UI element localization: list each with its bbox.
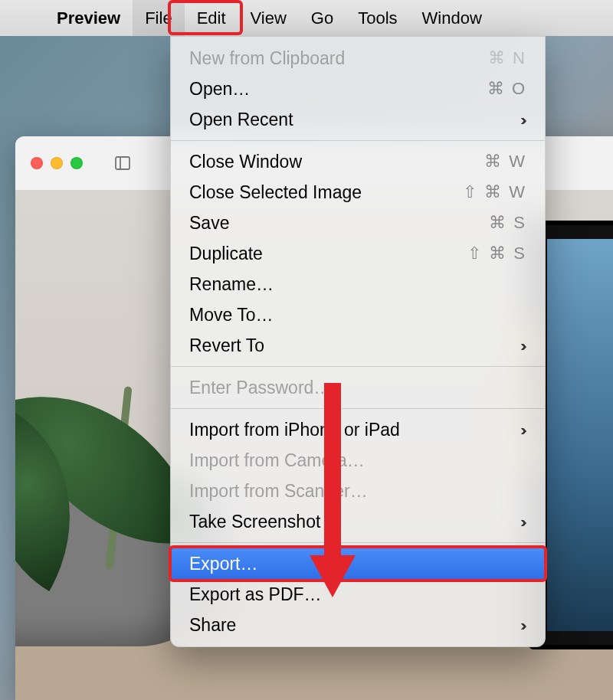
menu-item-import-from-camera: Import from Camera… [171, 445, 545, 476]
menu-separator [171, 408, 545, 409]
menu-item-open-recent[interactable]: Open Recent› [171, 104, 545, 135]
menu-item-export[interactable]: Export… [171, 548, 545, 579]
menu-item-shortcut: ⌘ W [484, 152, 526, 172]
menu-item-import-from-scanner: Import from Scanner… [171, 476, 545, 506]
file-menu-dropdown: New from Clipboard⌘ NOpen…⌘ OOpen Recent… [170, 36, 546, 647]
menu-item-enter-password: Enter Password… [171, 372, 545, 403]
menu-item-label: Close Window [189, 152, 302, 172]
traffic-lights [31, 157, 83, 169]
menu-item-label: Take Screenshot [189, 512, 320, 532]
menu-item-export-as-pdf[interactable]: Export as PDF… [171, 579, 545, 610]
menu-item-shortcut: ⇧ ⌘ S [467, 244, 526, 263]
menu-item-label: Export as PDF… [189, 584, 322, 605]
menu-go[interactable]: Go [299, 0, 346, 36]
menu-view[interactable]: View [238, 0, 299, 36]
menu-item-duplicate[interactable]: Duplicate⇧ ⌘ S [171, 238, 545, 269]
menu-item-label: Revert To [189, 335, 264, 356]
menu-item-label: Close Selected Image [189, 182, 362, 203]
system-menubar: Preview File Edit View Go Tools Window [0, 0, 613, 36]
chevron-right-icon: › [520, 513, 527, 531]
menu-item-label: Export… [189, 554, 257, 574]
menu-item-shortcut: ⇧ ⌘ W [463, 182, 526, 202]
menu-item-revert-to[interactable]: Revert To› [171, 330, 545, 361]
zoom-window-button[interactable] [70, 157, 83, 169]
menu-item-label: Import from Camera… [189, 450, 365, 471]
menu-separator [171, 542, 545, 543]
menu-item-save[interactable]: Save⌘ S [171, 208, 545, 238]
menu-item-open[interactable]: Open…⌘ O [171, 74, 545, 104]
menu-item-label: Duplicate [189, 244, 263, 264]
app-menu-preview[interactable]: Preview [44, 0, 133, 36]
chevron-right-icon: › [520, 617, 527, 634]
menu-item-label: Open… [189, 79, 250, 100]
sidebar-toggle-icon[interactable] [113, 154, 132, 172]
svg-rect-0 [116, 157, 129, 169]
close-window-button[interactable] [31, 157, 43, 169]
menu-separator [171, 140, 545, 141]
menu-item-label: Enter Password… [189, 378, 331, 398]
menu-item-label: Share [189, 615, 236, 636]
menu-item-label: New from Clipboard [189, 48, 345, 69]
menu-item-close-window[interactable]: Close Window⌘ W [171, 146, 545, 177]
menu-item-move-to[interactable]: Move To… [171, 299, 545, 330]
menu-item-shortcut: ⌘ O [487, 79, 526, 99]
menu-item-label: Save [189, 213, 229, 234]
menu-window[interactable]: Window [410, 0, 494, 36]
menu-item-new-from-clipboard: New from Clipboard⌘ N [171, 43, 545, 74]
chevron-right-icon: › [520, 421, 527, 439]
menu-item-shortcut: ⌘ S [489, 213, 526, 233]
menu-edit[interactable]: Edit [185, 0, 238, 36]
menu-item-label: Rename… [189, 274, 274, 295]
menu-item-import-from-iphone-or-ipad[interactable]: Import from iPhone or iPad› [171, 414, 545, 445]
menu-item-close-selected-image[interactable]: Close Selected Image⇧ ⌘ W [171, 177, 545, 208]
minimize-window-button[interactable] [51, 157, 63, 169]
menu-item-label: Open Recent [189, 110, 293, 130]
menu-item-label: Move To… [189, 305, 274, 325]
menu-item-label: Import from Scanner… [189, 481, 368, 502]
chevron-right-icon: › [520, 111, 527, 129]
menu-file[interactable]: File [133, 0, 184, 36]
menu-item-shortcut: ⌘ N [488, 48, 526, 68]
menu-item-rename[interactable]: Rename… [171, 269, 545, 299]
menu-item-share[interactable]: Share› [171, 610, 545, 640]
menu-item-label: Import from iPhone or iPad [189, 420, 400, 440]
menu-separator [171, 366, 545, 367]
menu-item-take-screenshot[interactable]: Take Screenshot› [171, 506, 545, 537]
chevron-right-icon: › [520, 337, 527, 355]
menu-tools[interactable]: Tools [346, 0, 409, 36]
